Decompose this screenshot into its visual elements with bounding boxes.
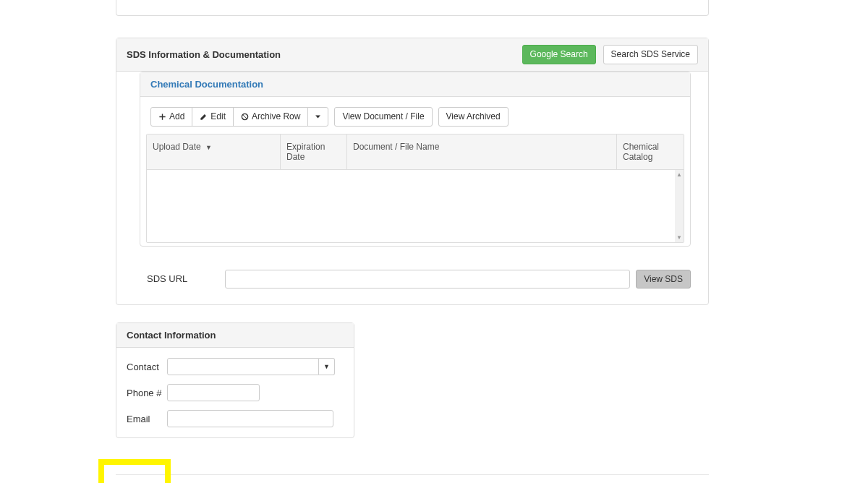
email-input[interactable] <box>167 410 333 427</box>
archive-dropdown-toggle[interactable] <box>307 107 328 127</box>
scroll-up-icon: ▲ <box>676 171 682 178</box>
edit-button[interactable]: Edit <box>192 107 234 127</box>
sds-url-label: SDS URL <box>147 273 219 284</box>
search-sds-service-button[interactable]: Search SDS Service <box>603 45 698 64</box>
archive-row-button[interactable]: Archive Row <box>233 107 308 127</box>
grid-scrollbar[interactable]: ▲ ▼ <box>675 170 684 242</box>
phone-label: Phone # <box>127 388 167 398</box>
contact-info-panel: Contact Information Contact ▼ Phone # Em… <box>116 322 354 438</box>
ban-icon <box>241 113 249 121</box>
view-document-button[interactable]: View Document / File <box>334 107 432 127</box>
documentation-grid: Upload Date ▼ Expiration Date Document /… <box>146 134 684 243</box>
add-button[interactable]: Add <box>150 107 192 127</box>
footer-divider <box>116 474 709 475</box>
plus-icon <box>158 113 166 121</box>
archive-row-button-label: Archive Row <box>252 111 300 123</box>
view-sds-button[interactable]: View SDS <box>636 270 691 289</box>
chemical-documentation-panel: Chemical Documentation Add <box>140 72 691 247</box>
sds-info-title: SDS Information & Documentation <box>127 49 281 60</box>
contact-label: Contact <box>127 362 167 372</box>
contact-dropdown-toggle[interactable]: ▼ <box>319 358 335 375</box>
col-upload-date-label: Upload Date <box>153 142 201 152</box>
sds-info-panel-header: SDS Information & Documentation Google S… <box>116 38 708 72</box>
col-expiration-date[interactable]: Expiration Date <box>281 134 347 169</box>
grid-header-row: Upload Date ▼ Expiration Date Document /… <box>147 134 684 170</box>
pencil-icon <box>200 113 208 121</box>
add-button-label: Add <box>169 111 184 123</box>
chemical-documentation-title: Chemical Documentation <box>140 72 690 97</box>
top-panel-fragment <box>116 0 709 16</box>
caret-down-icon <box>314 113 322 121</box>
sds-url-row: SDS URL View SDS <box>116 260 708 302</box>
phone-input[interactable] <box>167 384 260 401</box>
caret-down-icon: ▼ <box>323 363 330 370</box>
col-document-name[interactable]: Document / File Name <box>347 134 617 169</box>
save-highlight-annotation <box>98 459 171 483</box>
grid-body-empty: ▲ ▼ <box>147 170 684 242</box>
sds-info-panel: SDS Information & Documentation Google S… <box>116 38 709 305</box>
chemical-documentation-toolbar: Add Edit <box>143 107 687 134</box>
scroll-down-icon: ▼ <box>676 234 682 241</box>
contact-input[interactable] <box>167 358 319 375</box>
col-upload-date[interactable]: Upload Date ▼ <box>147 134 281 169</box>
col-chemical-catalog[interactable]: Chemical Catalog <box>617 134 684 169</box>
sds-url-input[interactable] <box>225 270 630 288</box>
edit-button-label: Edit <box>210 111 226 123</box>
email-label: Email <box>127 414 167 424</box>
google-search-button[interactable]: Google Search <box>522 45 596 64</box>
contact-info-title: Contact Information <box>116 323 354 348</box>
sort-desc-icon: ▼ <box>205 144 212 151</box>
contact-combobox[interactable]: ▼ <box>167 358 335 375</box>
view-archived-button[interactable]: View Archived <box>438 107 509 127</box>
